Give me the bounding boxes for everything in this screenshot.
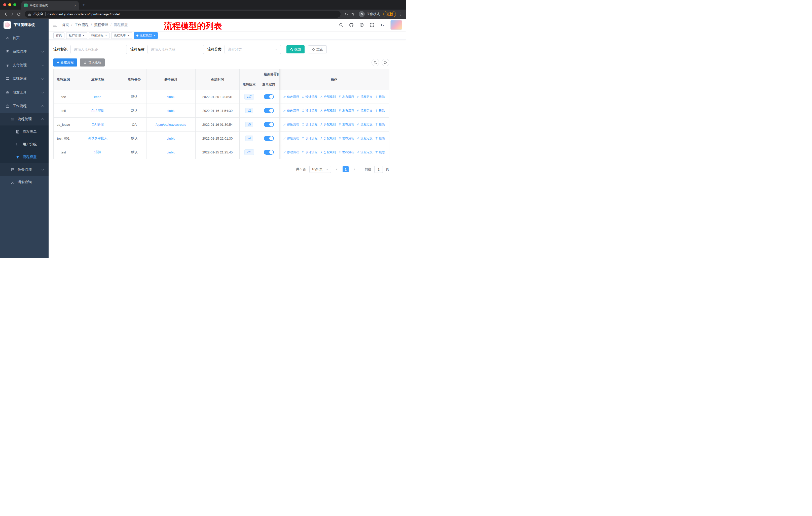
- tag-2[interactable]: 我的流程×: [89, 32, 110, 39]
- new-tab-button[interactable]: +: [82, 2, 85, 8]
- action-delete[interactable]: 删除: [375, 95, 385, 99]
- form-link[interactable]: biubiu: [167, 109, 175, 113]
- active-toggle[interactable]: [264, 136, 274, 141]
- form-link[interactable]: biubiu: [167, 137, 175, 140]
- breadcrumb-item[interactable]: 首页: [62, 23, 69, 27]
- process-name-link[interactable]: 测试多审批人: [88, 136, 108, 140]
- action-edit[interactable]: 修改流程: [283, 136, 299, 141]
- version-badge[interactable]: v2: [245, 108, 253, 113]
- action-design[interactable]: 设计流程: [301, 136, 317, 141]
- action-assign[interactable]: 分配规则: [320, 95, 336, 99]
- next-page-button[interactable]: [352, 166, 357, 172]
- page-size-select[interactable]: 10条/页: [309, 166, 331, 173]
- sidebar-item-workflow[interactable]: 工作流程: [0, 99, 49, 113]
- breadcrumb-item[interactable]: 流程管理: [94, 23, 108, 27]
- avatar[interactable]: [390, 20, 402, 30]
- category-select[interactable]: 流程分类: [225, 45, 281, 54]
- action-definition[interactable]: 流程定义: [357, 95, 373, 99]
- close-tag-icon[interactable]: ×: [127, 33, 129, 37]
- close-tag-icon[interactable]: ×: [105, 33, 107, 37]
- process-name-input[interactable]: [147, 45, 204, 54]
- form-link[interactable]: biubiu: [167, 151, 175, 154]
- back-icon[interactable]: [2, 11, 9, 18]
- tag-0[interactable]: 首页: [53, 32, 64, 39]
- action-definition[interactable]: 流程定义: [357, 136, 373, 141]
- active-toggle[interactable]: [264, 122, 274, 127]
- github-icon[interactable]: [349, 23, 354, 27]
- process-name-link[interactable]: 自己审批: [91, 109, 104, 112]
- action-assign[interactable]: 分配规则: [320, 123, 336, 127]
- import-process-button[interactable]: 导入流程: [80, 58, 105, 66]
- action-design[interactable]: 设计流程: [301, 123, 317, 127]
- close-window-button[interactable]: [3, 3, 6, 6]
- key-icon[interactable]: [343, 11, 350, 18]
- action-delete[interactable]: 删除: [375, 123, 385, 127]
- goto-page-input[interactable]: [374, 166, 383, 173]
- update-button[interactable]: 更新: [383, 11, 396, 17]
- form-link[interactable]: biubiu: [167, 95, 175, 99]
- bookmark-star-icon[interactable]: [350, 11, 356, 18]
- action-assign[interactable]: 分配规则: [320, 136, 336, 141]
- action-publish[interactable]: 发布流程: [338, 150, 354, 155]
- create-process-button[interactable]: + 新建流程: [53, 58, 77, 66]
- process-name-link[interactable]: OA 请假: [92, 123, 104, 126]
- sidebar-item-process-manage[interactable]: 流程管理: [0, 113, 49, 126]
- prev-page-button[interactable]: [334, 166, 340, 172]
- action-definition[interactable]: 流程定义: [357, 123, 373, 127]
- fontsize-icon[interactable]: TT: [380, 23, 385, 27]
- close-tag-icon[interactable]: ×: [83, 33, 85, 37]
- form-link[interactable]: /bpm/oa/leave/create: [155, 123, 186, 127]
- search-button[interactable]: 搜索: [286, 45, 304, 53]
- sidebar-item-infrastructure[interactable]: 基础设施: [0, 72, 49, 86]
- help-icon[interactable]: [359, 23, 364, 27]
- action-delete[interactable]: 删除: [375, 136, 385, 141]
- active-toggle[interactable]: [264, 108, 274, 113]
- sidebar-item-system[interactable]: 系统管理: [0, 45, 49, 58]
- fullscreen-icon[interactable]: [370, 23, 374, 27]
- sidebar-item-user-group[interactable]: 用户分组: [0, 138, 49, 151]
- hamburger-icon[interactable]: [53, 23, 57, 27]
- search-icon[interactable]: [339, 23, 343, 27]
- sidebar-item-home[interactable]: 首页: [0, 31, 49, 45]
- sidebar-item-process-model[interactable]: 流程模型: [0, 151, 49, 163]
- maximize-window-button[interactable]: [13, 3, 17, 6]
- breadcrumb-item[interactable]: 工作流程: [75, 23, 89, 27]
- active-toggle[interactable]: [264, 94, 274, 99]
- action-publish[interactable]: 发布流程: [338, 123, 354, 127]
- forward-icon[interactable]: [9, 11, 16, 18]
- sidebar-item-payment[interactable]: 支付管理: [0, 58, 49, 72]
- close-tab-icon[interactable]: ×: [74, 3, 76, 7]
- browser-tab[interactable]: 芋道管理系统 ×: [21, 1, 79, 9]
- action-edit[interactable]: 修改流程: [283, 95, 299, 99]
- action-definition[interactable]: 流程定义: [357, 150, 373, 155]
- reload-icon[interactable]: [16, 11, 22, 18]
- sidebar-item-process-form[interactable]: 流程表单: [0, 126, 49, 138]
- action-edit[interactable]: 修改流程: [283, 109, 299, 113]
- action-delete[interactable]: 删除: [375, 150, 385, 155]
- version-badge[interactable]: v21: [244, 150, 254, 155]
- action-design[interactable]: 设计流程: [301, 95, 317, 99]
- tag-1[interactable]: 租户管理×: [66, 32, 87, 39]
- sidebar-item-devtools[interactable]: 研发工具: [0, 86, 49, 99]
- action-assign[interactable]: 分配规则: [320, 150, 336, 155]
- sidebar-item-leave-query[interactable]: 请假查询: [0, 176, 49, 188]
- version-badge[interactable]: v17: [244, 94, 254, 100]
- minimize-window-button[interactable]: [8, 3, 11, 6]
- version-badge[interactable]: v4: [245, 136, 253, 141]
- action-definition[interactable]: 流程定义: [357, 109, 373, 113]
- action-publish[interactable]: 发布流程: [338, 136, 354, 141]
- reset-button[interactable]: 重置: [308, 45, 327, 53]
- action-publish[interactable]: 发布流程: [338, 95, 354, 99]
- action-publish[interactable]: 发布流程: [338, 109, 354, 113]
- process-key-input[interactable]: [70, 45, 127, 54]
- address-bar[interactable]: 不安全 dashboard.yudao.iocoder.cn/bpm/manag…: [25, 10, 341, 18]
- tag-4[interactable]: 流程模型×: [134, 32, 158, 39]
- action-edit[interactable]: 修改流程: [283, 150, 299, 155]
- action-design[interactable]: 设计流程: [301, 150, 317, 155]
- tag-3[interactable]: 流程表单×: [111, 32, 132, 39]
- action-design[interactable]: 设计流程: [301, 109, 317, 113]
- action-delete[interactable]: 删除: [375, 109, 385, 113]
- version-badge[interactable]: v5: [245, 122, 253, 127]
- toggle-search-button[interactable]: [372, 59, 379, 66]
- current-page-button[interactable]: 1: [343, 166, 349, 172]
